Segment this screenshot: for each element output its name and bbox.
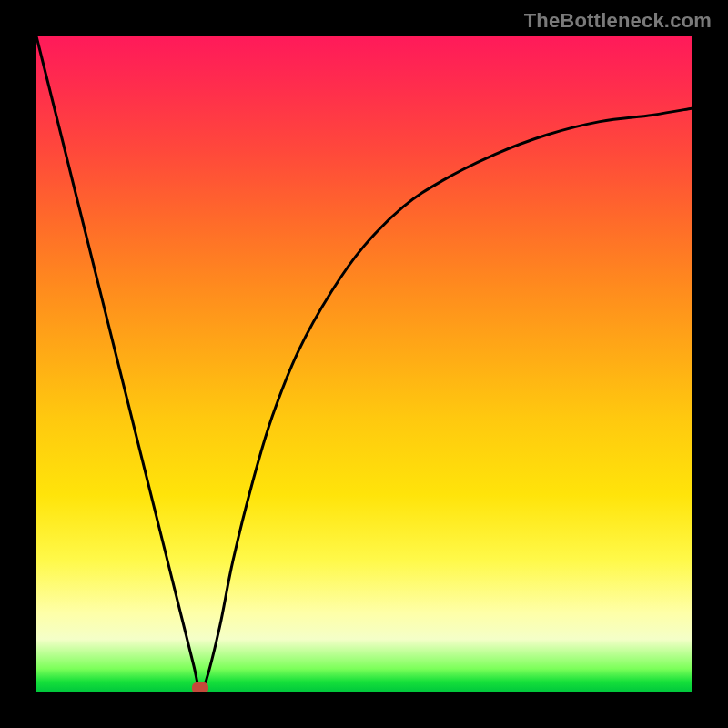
minimum-marker xyxy=(192,682,208,692)
chart-frame: TheBottleneck.com xyxy=(0,0,728,728)
bottleneck-curve xyxy=(36,36,692,692)
curve-layer xyxy=(36,36,692,692)
plot-area xyxy=(36,36,692,692)
watermark-text: TheBottleneck.com xyxy=(524,9,712,33)
